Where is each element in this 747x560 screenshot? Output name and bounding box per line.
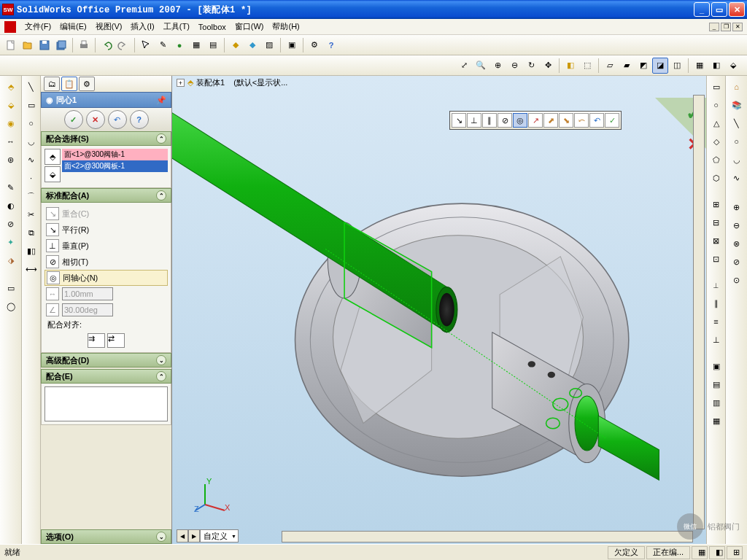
task-view-icon[interactable]: ∿ xyxy=(729,170,745,186)
menu-file[interactable]: 文件(F) xyxy=(20,20,55,34)
r1-icon-10[interactable]: ⊡ xyxy=(708,251,724,267)
shaded-button[interactable]: ◫ xyxy=(669,58,685,74)
fillet-tool-icon[interactable]: ⌒ xyxy=(23,188,39,204)
zoom-in-button[interactable]: ⊕ xyxy=(489,58,506,74)
3d-view-button[interactable]: ◧ xyxy=(562,58,578,74)
sketch-button[interactable]: ✎ xyxy=(155,37,171,53)
r2-icon-1[interactable]: ⊕ xyxy=(729,199,745,215)
materials-button[interactable]: ◆ xyxy=(228,37,244,53)
r2-icon-4[interactable]: ⊘ xyxy=(729,254,745,270)
redo-button[interactable] xyxy=(115,37,131,53)
view-tab-prev[interactable]: ◀ xyxy=(177,529,188,542)
dim-tool-icon[interactable]: ⟷ xyxy=(23,261,39,277)
view-tab-dropdown[interactable]: 自定义 xyxy=(200,529,239,542)
exploded-icon[interactable]: ✦ xyxy=(3,234,19,250)
r1-icon-16[interactable]: ▤ xyxy=(708,376,724,392)
status-icon-2[interactable]: ◧ xyxy=(709,546,725,559)
zoom-out-button[interactable]: ⊖ xyxy=(506,58,522,74)
save-all-button[interactable] xyxy=(53,37,69,53)
print-button[interactable] xyxy=(76,37,92,53)
interference-icon[interactable]: ⬗ xyxy=(3,252,19,268)
texture-button[interactable]: ▨ xyxy=(261,37,277,53)
toolbox-button[interactable]: ⚙ xyxy=(306,37,322,53)
shaded-edges-button[interactable]: ◪ xyxy=(652,58,668,74)
section-standard-header[interactable]: 标准配合(A) ⌃ xyxy=(41,188,171,203)
move-comp-icon[interactable]: ↔ xyxy=(3,133,19,149)
r1-icon-3[interactable]: △ xyxy=(708,115,724,131)
r2-icon-5[interactable]: ⊙ xyxy=(729,272,745,288)
r2-icon-2[interactable]: ⊖ xyxy=(729,217,745,233)
appearance-button[interactable]: ◆ xyxy=(244,37,260,53)
ctx-align-1[interactable]: ⬊ xyxy=(559,113,573,128)
edit-comp-icon[interactable]: ✎ xyxy=(3,179,19,195)
pm-pin-icon[interactable]: 📌 xyxy=(156,96,166,105)
pm-ok-button[interactable]: ✓ xyxy=(64,110,83,129)
perspective-button[interactable]: ⬙ xyxy=(725,58,741,74)
r1-icon-9[interactable]: ⊠ xyxy=(708,233,724,249)
mdi-restore[interactable]: ❐ xyxy=(721,23,731,31)
section-button[interactable]: ◧ xyxy=(708,58,724,74)
task-home-icon[interactable]: ⌂ xyxy=(729,79,745,95)
mdi-close[interactable]: ✕ xyxy=(732,23,743,31)
standard-views-button[interactable]: ⬚ xyxy=(579,58,595,74)
menu-help[interactable]: 帮助(H) xyxy=(268,20,303,34)
zoom-fit-button[interactable]: ⤢ xyxy=(456,58,472,74)
r1-icon-4[interactable]: ◇ xyxy=(708,133,724,149)
r1-icon-15[interactable]: ▣ xyxy=(708,358,724,374)
insert-comp-icon[interactable]: ⬙ xyxy=(3,97,19,113)
expand-icon[interactable]: ⌄ xyxy=(156,355,166,365)
breadcrumb-expand-icon[interactable]: + xyxy=(177,79,185,87)
r1-icon-7[interactable]: ⊞ xyxy=(708,196,724,212)
spline-tool-icon[interactable]: ∿ xyxy=(23,152,39,168)
hidden-lines-button[interactable]: ▰ xyxy=(619,58,635,74)
r1-icon-17[interactable]: ▥ xyxy=(708,394,724,411)
view-tab-next[interactable]: ▶ xyxy=(188,529,200,542)
line-tool-icon[interactable]: ╲ xyxy=(23,79,39,95)
align-opposite-button[interactable]: ⇄ xyxy=(107,333,125,348)
rect-tool-icon[interactable]: ▭ xyxy=(23,97,39,113)
suppress-icon[interactable]: ⊘ xyxy=(3,216,19,232)
rotate-button[interactable]: ↻ xyxy=(523,58,539,74)
pm-undo-button[interactable]: ↶ xyxy=(108,110,127,129)
mate-parallel[interactable]: ↘平行(R) xyxy=(44,222,168,238)
task-lib-icon[interactable]: ○ xyxy=(729,133,745,149)
mate-icon[interactable]: ◉ xyxy=(3,115,19,131)
r1-icon-14[interactable]: ⊥ xyxy=(708,332,724,348)
ctx-coincident[interactable]: ↘ xyxy=(452,113,466,128)
task-resources-icon[interactable]: 📚 xyxy=(729,97,745,113)
r1-icon-2[interactable]: ○ xyxy=(708,97,724,113)
horizontal-scrollbar[interactable] xyxy=(282,531,693,542)
r1-icon-5[interactable]: ⬠ xyxy=(708,152,724,168)
wireframe-button[interactable]: ▱ xyxy=(602,58,618,74)
vertical-scrollbar[interactable] xyxy=(693,95,705,529)
hidden-removed-button[interactable]: ◩ xyxy=(635,58,651,74)
ctx-parallel[interactable]: ∥ xyxy=(482,113,497,128)
tab-property-manager[interactable]: 📋 xyxy=(61,77,77,91)
r1-icon-1[interactable]: ▭ xyxy=(708,79,724,95)
ctx-concentric[interactable]: ◎ xyxy=(513,113,527,128)
selection-list[interactable]: 面<1>@300阀轴-1 面<2>@300阀板-1 xyxy=(62,149,168,182)
section-options-header[interactable]: 选项(O) ⌄ xyxy=(41,529,171,544)
assembly-icon[interactable]: ⬘ xyxy=(3,79,19,95)
pan-button[interactable]: ✥ xyxy=(540,58,556,74)
collapse-icon[interactable]: ⌃ xyxy=(156,371,166,381)
arc-tool-icon[interactable]: ◡ xyxy=(23,133,39,149)
mate-tangent[interactable]: ⊘相切(T) xyxy=(44,254,168,270)
r1-icon-18[interactable]: ▦ xyxy=(708,413,724,429)
open-button[interactable] xyxy=(20,37,36,53)
tab-feature-tree[interactable]: 🗂 xyxy=(44,77,60,91)
mates-list[interactable] xyxy=(44,386,168,421)
menu-insert[interactable]: 插入(I) xyxy=(126,20,158,34)
mdi-minimize[interactable]: _ xyxy=(709,23,719,31)
menu-toolbox[interactable]: Toolbox xyxy=(194,21,231,33)
new-button[interactable] xyxy=(3,37,19,53)
collapse-icon[interactable]: ⌃ xyxy=(156,133,166,144)
section-selection-header[interactable]: 配合选择(S) ⌃ xyxy=(41,131,171,146)
mate-entity-icon[interactable]: ⬘ xyxy=(44,149,61,165)
menu-window[interactable]: 窗口(W) xyxy=(231,20,268,34)
ctx-distance[interactable]: ↗ xyxy=(528,113,543,128)
point-tool-icon[interactable]: · xyxy=(23,170,39,186)
menu-view[interactable]: 视图(V) xyxy=(91,20,127,34)
screen-capture-button[interactable]: ▣ xyxy=(284,37,300,53)
align-same-button[interactable]: ⇉ xyxy=(88,333,105,348)
